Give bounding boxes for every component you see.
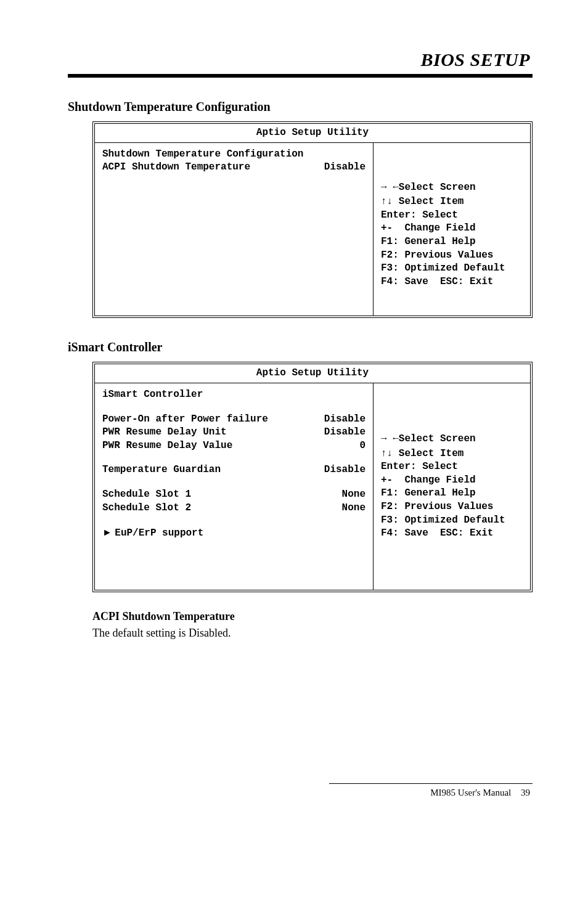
temp-guardian-label: Temperature Guardian — [102, 463, 227, 477]
bios-box-2: Aptio Setup Utility iSmart Controller Po… — [92, 362, 533, 592]
bios-box-1-title: Aptio Setup Utility — [95, 124, 530, 143]
bios-help-pane-1: → ←Select Screen ↑↓ Select Item Enter: S… — [373, 143, 530, 316]
footer-product: MI985 User's Manual — [430, 788, 511, 797]
schedule-slot1-label: Schedule Slot 1 — [102, 488, 197, 502]
help-enter: Enter: Select — [381, 209, 524, 222]
help-f2: F2: Previous Values — [381, 500, 524, 514]
section1-heading: Shutdown Temperature Configuration — [68, 100, 533, 114]
help-change-field: +- Change Field — [381, 474, 524, 487]
pwr-resume-delay-unit-label: PWR Resume Delay Unit — [102, 426, 233, 439]
header-rule — [68, 74, 533, 78]
poweron-after-fail-label: Power-On after Power failure — [102, 413, 274, 426]
eup-erp-support-label[interactable]: EuP/ErP support — [115, 528, 203, 539]
schedule-slot2-label: Schedule Slot 2 — [102, 502, 197, 515]
help-select-item: ↑↓ Select Item — [381, 447, 524, 461]
temp-guardian-value[interactable]: Disable — [324, 463, 365, 477]
acpi-shutdown-temp-label: ACPI Shutdown Temperature — [102, 161, 256, 174]
footer-rule — [329, 783, 533, 784]
help-change-field: +- Change Field — [381, 222, 524, 235]
shutdown-temp-config-label: Shutdown Temperature Configuration — [102, 148, 309, 161]
bios-help-pane-2: → ←Select Screen ↑↓ Select Item Enter: S… — [373, 383, 530, 590]
help-f4: F4: Save ESC: Exit — [381, 275, 524, 289]
page-header-title: BIOS SETUP — [68, 49, 533, 70]
help-select-screen: → ←Select Screen — [381, 181, 524, 195]
note-text: The default setting is Disabled. — [92, 627, 231, 639]
footer-page-number: 39 — [521, 788, 530, 797]
submenu-arrow-icon: ► EuP/ErP support — [102, 526, 210, 540]
help-select-item: ↑↓ Select Item — [381, 195, 524, 209]
note-label: ACPI Shutdown Temperature — [92, 610, 235, 622]
pwr-resume-delay-unit-value[interactable]: Disable — [324, 426, 365, 439]
bios-box-1: Aptio Setup Utility Shutdown Temperature… — [92, 121, 533, 318]
schedule-slot2-value[interactable]: None — [342, 502, 365, 515]
help-f1: F1: General Help — [381, 235, 524, 249]
help-f4: F4: Save ESC: Exit — [381, 527, 524, 540]
section2-heading: iSmart Controller — [68, 340, 533, 354]
pwr-resume-delay-value-label: PWR Resume Delay Value — [102, 439, 239, 453]
help-f1: F1: General Help — [381, 487, 524, 500]
schedule-slot1-value[interactable]: None — [342, 488, 365, 502]
help-f3: F3: Optimized Default — [381, 514, 524, 528]
poweron-after-fail-value[interactable]: Disable — [324, 413, 365, 426]
pwr-resume-delay-value-value[interactable]: 0 — [359, 439, 365, 453]
help-f3: F3: Optimized Default — [381, 262, 524, 275]
acpi-shutdown-temp-value[interactable]: Disable — [324, 161, 365, 174]
ismart-controller-label: iSmart Controller — [102, 388, 209, 402]
help-f2: F2: Previous Values — [381, 249, 524, 263]
help-select-screen: → ←Select Screen — [381, 433, 524, 446]
bios-box-2-title: Aptio Setup Utility — [95, 364, 530, 383]
help-enter: Enter: Select — [381, 460, 524, 474]
